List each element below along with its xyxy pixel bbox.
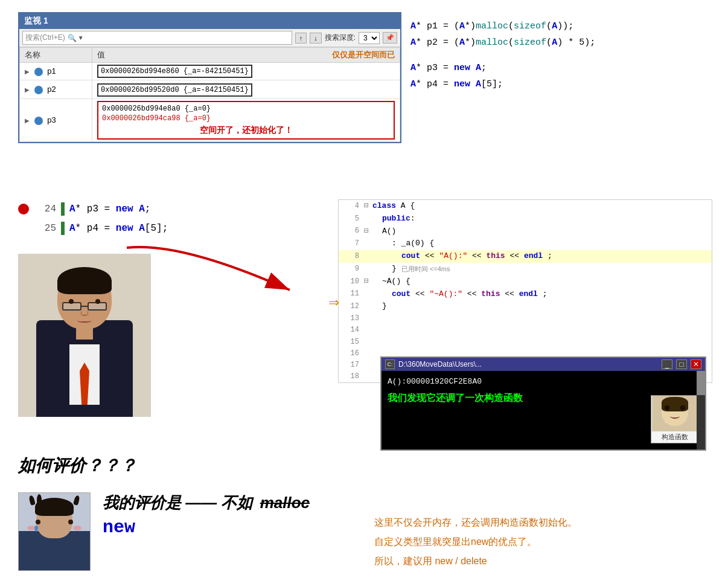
meme-box: 构造函数: [651, 395, 699, 443]
var-icon: [34, 68, 43, 76]
pin-button[interactable]: 📌: [383, 32, 397, 43]
watch-window: 监视 1 搜索(Ctrl+E) 🔍 ▼ ↑ ↓ 搜索深度: 3 📌 名称 值 仅…: [18, 12, 401, 143]
p1-value: 0x0000026bd994e860 {_a=-842150451}: [101, 67, 249, 76]
col-name: 名称: [20, 48, 92, 63]
terminal-annotation: 我们发现它还调了一次构造函数: [388, 392, 693, 405]
code-line: 6 ⊟ A(): [339, 225, 712, 238]
code-line: 11 cout << "~A():" << this << endl ;: [339, 288, 712, 301]
terminal-output: A():000001920CF2E8A0: [388, 376, 693, 388]
depth-select[interactable]: 3: [359, 32, 380, 44]
line-number: 24: [32, 199, 56, 219]
table-row: ▶ p1 0x0000026bd994e860 {_a=-842150451}: [20, 63, 400, 80]
table-row: ▶ p3 0x0000026bd994e8a0 {_a=0} 0x0000026…: [20, 99, 400, 142]
desc-line3: 所以，建议用 new / delete: [374, 552, 712, 571]
bottom-section: 我的评价是 —— 不如 malloc new: [18, 492, 310, 571]
code-line-highlight: 8 cout << "A():" << this << endl ;: [339, 250, 712, 263]
search-text: 搜索(Ctrl+E): [25, 33, 65, 43]
terminal-title-bar: C: D:\360MoveData\Users\... _ □ ✕: [382, 358, 705, 371]
scroll-up-button[interactable]: ↑: [295, 33, 307, 43]
bottom-right-desc: 这里不仅会开内存，还会调用构造函数初始化。 自定义类型里就突显出new的优点了。…: [374, 513, 712, 571]
person1-photo: [18, 254, 151, 417]
watch-table: 名称 值 仅仅是开空间而已 ▶ p1: [19, 47, 400, 142]
close-button[interactable]: ✕: [691, 359, 701, 369]
expand-arrow[interactable]: ▶: [25, 68, 30, 75]
bp-line-25: 25 A* p4 = new A[5];: [18, 219, 320, 238]
expand-arrow[interactable]: ▶: [25, 86, 30, 93]
code-editor: 4 ⊟ class A { 5 public: 6 ⊟ A() 7 : _a(0…: [338, 199, 712, 383]
bottom-text: 我的评价是 —— 不如 malloc new: [103, 492, 310, 538]
expand-icon[interactable]: ⊟: [364, 200, 372, 213]
terminal-window: C: D:\360MoveData\Users\... _ □ ✕ A():00…: [380, 356, 706, 451]
evaluation-answer: 我的评价是 —— 不如 malloc: [103, 492, 310, 514]
col-value: 值 仅仅是开空间而已: [92, 48, 400, 63]
terminal-body: A():000001920CF2E8A0 我们发现它还调了一次构造函数 构造函数: [382, 371, 705, 449]
watch-title: 监视 1: [24, 16, 48, 25]
dropdown-icon[interactable]: ▼: [78, 34, 84, 41]
minimize-button[interactable]: _: [662, 359, 672, 369]
init-annotation: 空间开了，还初始化了！: [200, 125, 293, 135]
red-arrow: [121, 236, 350, 308]
depth-label: 搜索深度:: [325, 33, 356, 43]
code-line: 13: [339, 313, 712, 324]
var-icon: [34, 86, 43, 94]
terminal-icon: C:: [385, 359, 395, 369]
code-block-top: A* p1 = (A*)malloc(sizeof(A)); A* p2 = (…: [410, 18, 595, 92]
search-icon: 🔍: [68, 34, 77, 42]
breakpoint-dot: [18, 204, 29, 214]
p2-value: 0x0000026bd99520d0 {_a=-842150451}: [101, 86, 249, 94]
scrollbar-thumb[interactable]: [697, 371, 705, 395]
watch-toolbar: 搜索(Ctrl+E) 🔍 ▼ ↑ ↓ 搜索深度: 3 📌: [19, 29, 400, 47]
watch-title-bar: 监视 1: [19, 13, 400, 29]
expand-arrow[interactable]: ▶: [25, 117, 30, 124]
code-line: 5 public:: [339, 213, 712, 225]
terminal-title: D:\360MoveData\Users\...: [398, 360, 658, 369]
maximize-button[interactable]: □: [676, 359, 687, 369]
code-line: 4 ⊟ class A {: [339, 200, 712, 213]
p3-value: 0x0000026bd994e8a0 {_a=0}: [102, 105, 390, 113]
p4-value: 0x0000026bd994ca98 {_a=0}: [102, 114, 390, 123]
terminal-scrollbar[interactable]: [697, 371, 705, 449]
code-line: 15: [339, 337, 712, 348]
execution-arrow: ⇒: [328, 295, 339, 311]
code-line: 12 }: [339, 300, 712, 313]
table-row: ▶ p2 0x0000026bd99520d0 {_a=-842150451}: [20, 80, 400, 99]
execution-gutter: [61, 202, 65, 216]
scroll-down-button[interactable]: ↓: [310, 33, 322, 43]
code-line: 14: [339, 324, 712, 336]
annotation-text: 我们发现它还调了一次构造函数: [388, 392, 523, 405]
execution-gutter: [61, 222, 65, 235]
desc-line2: 自定义类型里就突显出new的优点了。: [374, 532, 712, 552]
meme-label: 构造函数: [651, 431, 698, 443]
malloc-strikethrough: malloc: [260, 494, 310, 512]
evaluation-question: 如何评价？？？: [18, 454, 136, 477]
code-line: 9 } 已用时间 <=4ms: [339, 263, 712, 275]
code-line: 10 ⊟ ~A() {: [339, 275, 712, 288]
expand-icon[interactable]: ⊟: [364, 275, 372, 288]
new-keyword: new: [103, 517, 310, 538]
expand-icon[interactable]: ⊟: [364, 225, 372, 238]
time-comment: 已用时间 <=4ms: [401, 264, 450, 275]
bp-line-24: 24 A* p3 = new A;: [18, 199, 320, 219]
desc-line1: 这里不仅会开内存，还会调用构造函数初始化。: [374, 513, 712, 532]
breakpoint-area: 24 A* p3 = new A; 25 A* p4 = new A[5];: [18, 199, 320, 238]
watch-search-box[interactable]: 搜索(Ctrl+E) 🔍 ▼: [22, 31, 292, 45]
line-number: 25: [32, 219, 56, 238]
var-icon: [34, 117, 43, 125]
person2-photo: [18, 492, 91, 571]
code-line: 7 : _a(0) {: [339, 237, 712, 250]
